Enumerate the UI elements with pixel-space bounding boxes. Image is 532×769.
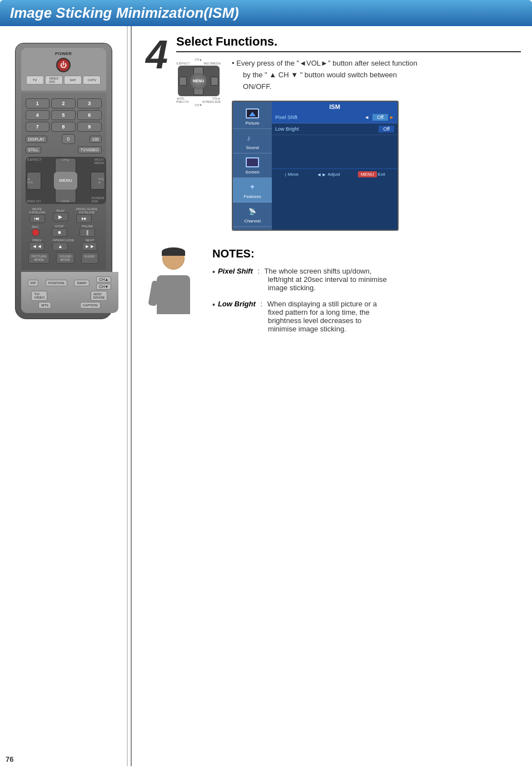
- ism-features-menu[interactable]: ✦ Features: [233, 178, 272, 202]
- vol-left-button[interactable]: [27, 172, 41, 190]
- bottom-buttons-row: PICTUREMODE SOUNDMODE SLEEP: [26, 252, 102, 264]
- num-8-button[interactable]: 8: [51, 122, 76, 132]
- picture-mode-button[interactable]: PICTUREMODE: [28, 252, 49, 264]
- low-bright-desc-line3: brightness level decreases to: [268, 316, 361, 325]
- ch-down-button[interactable]: [55, 188, 76, 203]
- position-button[interactable]: POSITION: [46, 280, 67, 286]
- notes-title: NOTES:: [212, 247, 521, 260]
- power-label: POWER: [26, 51, 102, 56]
- next-button[interactable]: ►►: [82, 242, 97, 251]
- mini-dpad: MENU: [178, 66, 220, 96]
- page-number: 76: [6, 755, 13, 763]
- catv-button[interactable]: CATV: [83, 76, 101, 85]
- stop-button[interactable]: ■: [52, 228, 67, 237]
- pixel-shift-desc-line3: image sticking.: [268, 284, 316, 292]
- sleep-button[interactable]: SLEEP: [81, 252, 98, 264]
- input-buttons-row: TV VIDEO/DVD SAT CATV: [26, 76, 102, 85]
- left-panel: POWER ⏻ TV VIDEO/DVD SAT CATV 1 2 3: [0, 26, 128, 766]
- low-bright-term: Low Bright: [218, 300, 256, 308]
- pip-button[interactable]: PIP: [28, 280, 39, 286]
- ff-button[interactable]: ⏭: [76, 214, 92, 223]
- num-5-button[interactable]: 5: [51, 110, 76, 120]
- ch-up-button[interactable]: [55, 158, 76, 172]
- step-text-1: • Every press of the "◄VOL►" button afte…: [232, 58, 521, 70]
- hundred-button[interactable]: 100: [90, 136, 102, 143]
- low-bright-note: • Low Bright : When displaying a still p…: [212, 300, 521, 333]
- low-bright-desc-line4: minimise image sticking.: [268, 325, 346, 333]
- divider: [131, 26, 132, 766]
- mini-vol-left: [179, 77, 187, 86]
- pip-ch-down-button[interactable]: CH▼: [96, 284, 111, 290]
- power-button[interactable]: ⏻: [56, 58, 71, 72]
- ism-low-bright-row[interactable]: Low Bright Off: [272, 123, 397, 135]
- num-0-button[interactable]: 0: [62, 134, 75, 144]
- ism-move-indicator: ↕ Move: [284, 172, 299, 177]
- menu-button[interactable]: MENU: [54, 172, 77, 190]
- low-bright-desc-line2: fixed pattern for a long time, the: [268, 308, 370, 316]
- still-button[interactable]: STILL: [26, 146, 42, 153]
- ism-screen-menu[interactable]: Screen: [233, 153, 272, 178]
- rewind-button[interactable]: ⏮: [29, 214, 45, 223]
- sat-button[interactable]: SAT: [64, 76, 82, 85]
- play-button[interactable]: ▶: [53, 212, 68, 221]
- ism-pixel-shift-row[interactable]: Pixel Shift ◄ Off ►: [272, 112, 397, 123]
- step-title: Select Functions.: [176, 34, 521, 52]
- mini-menu: MENU: [190, 73, 207, 90]
- number-grid: 1 2 3 4 5 6 7 8 9: [26, 98, 102, 132]
- ism-channel-menu[interactable]: 📡 Channel: [233, 202, 272, 227]
- step-number: 4: [146, 34, 168, 75]
- ism-exit-indicator: MENU Exit: [358, 171, 385, 177]
- add-erase-button[interactable]: ADD/ERASE: [91, 291, 107, 301]
- ism-picture-menu[interactable]: Picture: [233, 105, 272, 129]
- pip-section: PIP POSITION SWAP CH▲ CH▼ TV/VIDEO ADD/E…: [21, 272, 118, 313]
- still-row: STILL TV/VIDEO: [26, 146, 102, 153]
- pixel-shift-desc-line2: left/right at 20sec interval to minimise: [268, 275, 387, 284]
- ism-menu: Picture Sound: [233, 102, 272, 230]
- tv-button[interactable]: TV: [26, 76, 44, 85]
- step-description: • Every press of the "◄VOL►" button afte…: [232, 58, 521, 231]
- ism-footer: ↕ Move ◄► Adjust: [272, 168, 397, 180]
- pixel-shift-desc-line1: The whole screen shifts up/down,: [264, 267, 371, 275]
- num-9-button[interactable]: 9: [77, 122, 102, 132]
- caption-button[interactable]: CAPTION: [80, 302, 101, 309]
- mini-vol-right: [211, 77, 218, 86]
- pip-ch-up-button[interactable]: CH▲: [96, 276, 111, 282]
- notes-content: NOTES: • Pixel Shift : The whole screen …: [212, 247, 521, 341]
- step-text-2: by the " ▲ CH ▼ " button would switch be…: [232, 70, 521, 81]
- prev-button[interactable]: ◄◄: [29, 242, 44, 251]
- tv-video-pip-button[interactable]: TV/VIDEO: [31, 291, 47, 301]
- notes-section: NOTES: • Pixel Shift : The whole screen …: [146, 247, 521, 341]
- page-header: Image Sticking Minimization(ISM): [0, 0, 532, 26]
- notes-figure: [146, 247, 201, 314]
- sound-mode-button[interactable]: SOUNDMODE: [56, 252, 75, 264]
- num-2-button[interactable]: 2: [51, 98, 76, 108]
- ism-screen: Picture Sound: [232, 101, 399, 231]
- ism-adjust-indicator: ◄► Adjust: [317, 172, 340, 177]
- remote-control: POWER ⏻ TV VIDEO/DVD SAT CATV 1 2 3: [15, 43, 112, 319]
- display-row: DISPLAY 0 100: [26, 134, 102, 144]
- mts-button[interactable]: MTS: [38, 302, 51, 309]
- open-close-button[interactable]: ▲: [52, 242, 68, 251]
- ism-title: ISM: [272, 102, 397, 112]
- step-content: Select Functions. CH▲ S.EFFECT MULTIMEDI…: [176, 34, 521, 231]
- display-button[interactable]: DISPLAY: [26, 136, 47, 143]
- pause-button[interactable]: ‖: [79, 228, 95, 237]
- num-7-button[interactable]: 7: [26, 122, 50, 132]
- right-panel: 4 Select Functions. CH▲ S.EFFECT MULTIME…: [135, 26, 532, 766]
- num-3-button[interactable]: 3: [77, 98, 102, 108]
- video-dvd-button[interactable]: VIDEO/DVD: [45, 76, 63, 85]
- transport-section: MUTE F.R/SLOW ⏮ PLAY ▶ PROG.GUIDE F.F/SL…: [26, 207, 102, 264]
- num-1-button[interactable]: 1: [26, 98, 50, 108]
- tv-video-button[interactable]: TV/VIDEO: [78, 146, 102, 153]
- step-section: 4 Select Functions. CH▲ S.EFFECT MULTIME…: [146, 34, 521, 231]
- swap-button[interactable]: SWAP: [74, 280, 89, 286]
- rec-button[interactable]: [32, 229, 39, 236]
- num-4-button[interactable]: 4: [26, 110, 50, 120]
- dpad-section: MENU S.EFFECT MULTIMEDIA PREV CH SCREENS…: [26, 157, 102, 204]
- ism-sound-menu[interactable]: Sound: [233, 129, 272, 153]
- step-text-3: ON/OFF.: [232, 81, 521, 93]
- vol-right-button[interactable]: [91, 172, 105, 190]
- page-title: Image Sticking Minimization(ISM): [10, 4, 522, 22]
- pixel-shift-term: Pixel Shift: [218, 267, 253, 275]
- num-6-button[interactable]: 6: [77, 110, 102, 120]
